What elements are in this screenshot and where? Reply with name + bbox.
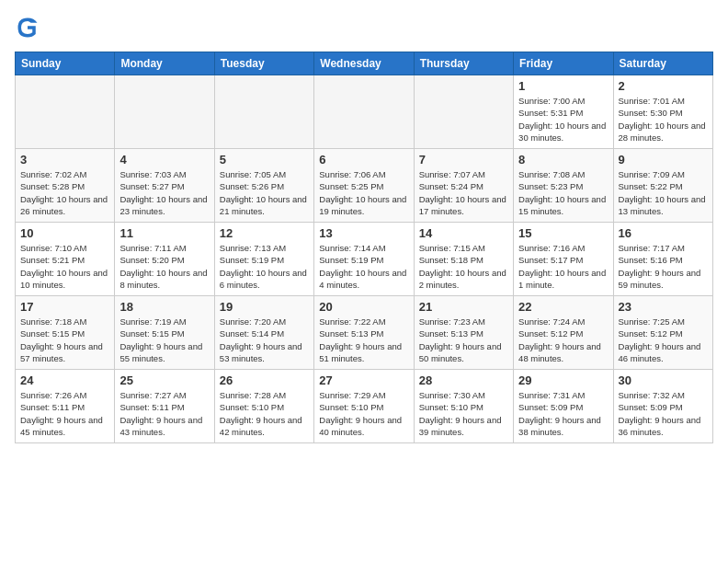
calendar-day-cell: 22Sunrise: 7:24 AMSunset: 5:12 PMDayligh… — [514, 296, 613, 370]
day-number: 26 — [220, 373, 309, 387]
calendar-day-cell: 21Sunrise: 7:23 AMSunset: 5:13 PMDayligh… — [414, 296, 513, 370]
day-number: 19 — [220, 300, 309, 314]
calendar-day-cell: 5Sunrise: 7:05 AMSunset: 5:26 PMDaylight… — [214, 149, 313, 223]
day-number: 20 — [319, 300, 408, 314]
day-number: 6 — [319, 153, 408, 167]
calendar-day-cell — [115, 75, 214, 149]
day-number: 18 — [119, 300, 209, 314]
day-info: Sunrise: 7:19 AMSunset: 5:15 PMDaylight:… — [119, 316, 209, 364]
day-number: 1 — [518, 79, 608, 93]
day-number: 17 — [20, 300, 109, 314]
day-info: Sunrise: 7:06 AMSunset: 5:25 PMDaylight:… — [319, 168, 408, 217]
day-info: Sunrise: 7:08 AMSunset: 5:23 PMDaylight:… — [518, 168, 608, 217]
calendar-week-row: 10Sunrise: 7:10 AMSunset: 5:21 PMDayligh… — [16, 223, 713, 296]
day-number: 2 — [619, 79, 708, 93]
calendar-day-cell — [314, 75, 414, 149]
day-number: 30 — [619, 373, 708, 387]
day-info: Sunrise: 7:26 AMSunset: 5:11 PMDaylight:… — [20, 389, 109, 438]
weekday-header: Thursday — [414, 52, 513, 75]
day-info: Sunrise: 7:05 AMSunset: 5:26 PMDaylight:… — [220, 168, 309, 217]
day-number: 3 — [20, 153, 109, 167]
day-info: Sunrise: 7:07 AMSunset: 5:24 PMDaylight:… — [419, 168, 508, 217]
calendar-day-cell: 24Sunrise: 7:26 AMSunset: 5:11 PMDayligh… — [16, 370, 115, 443]
weekday-header: Sunday — [16, 52, 115, 75]
calendar-day-cell: 18Sunrise: 7:19 AMSunset: 5:15 PMDayligh… — [115, 296, 214, 370]
day-info: Sunrise: 7:01 AMSunset: 5:30 PMDaylight:… — [619, 95, 708, 144]
day-number: 23 — [619, 300, 708, 314]
day-info: Sunrise: 7:22 AMSunset: 5:13 PMDaylight:… — [319, 316, 408, 364]
weekday-header: Monday — [115, 52, 214, 75]
calendar-week-row: 3Sunrise: 7:02 AMSunset: 5:28 PMDaylight… — [16, 149, 713, 223]
day-info: Sunrise: 7:18 AMSunset: 5:15 PMDaylight:… — [20, 316, 109, 364]
day-number: 13 — [319, 226, 408, 240]
day-info: Sunrise: 7:00 AMSunset: 5:31 PMDaylight:… — [518, 95, 608, 144]
day-number: 14 — [419, 226, 508, 240]
day-number: 5 — [220, 153, 309, 167]
day-number: 16 — [619, 226, 708, 240]
day-info: Sunrise: 7:11 AMSunset: 5:20 PMDaylight:… — [119, 242, 209, 291]
day-number: 29 — [518, 373, 608, 387]
day-info: Sunrise: 7:27 AMSunset: 5:11 PMDaylight:… — [119, 389, 209, 438]
day-info: Sunrise: 7:31 AMSunset: 5:09 PMDaylight:… — [518, 389, 608, 438]
calendar-day-cell: 25Sunrise: 7:27 AMSunset: 5:11 PMDayligh… — [115, 370, 214, 443]
day-number: 24 — [20, 373, 109, 387]
day-info: Sunrise: 7:28 AMSunset: 5:10 PMDaylight:… — [220, 389, 309, 438]
day-number: 10 — [20, 226, 109, 240]
weekday-header: Friday — [514, 52, 613, 75]
day-number: 7 — [419, 153, 508, 167]
calendar-day-cell: 9Sunrise: 7:09 AMSunset: 5:22 PMDaylight… — [613, 149, 712, 223]
day-number: 25 — [119, 373, 209, 387]
weekday-header: Saturday — [613, 52, 712, 75]
day-number: 12 — [220, 226, 309, 240]
calendar-day-cell: 8Sunrise: 7:08 AMSunset: 5:23 PMDaylight… — [514, 149, 613, 223]
calendar-week-row: 17Sunrise: 7:18 AMSunset: 5:15 PMDayligh… — [16, 296, 713, 370]
day-info: Sunrise: 7:16 AMSunset: 5:17 PMDaylight:… — [518, 242, 608, 291]
day-info: Sunrise: 7:13 AMSunset: 5:19 PMDaylight:… — [220, 242, 309, 291]
day-info: Sunrise: 7:17 AMSunset: 5:16 PMDaylight:… — [619, 242, 708, 291]
day-info: Sunrise: 7:03 AMSunset: 5:27 PMDaylight:… — [119, 168, 209, 217]
calendar-day-cell — [16, 75, 115, 149]
day-number: 9 — [619, 153, 708, 167]
day-info: Sunrise: 7:30 AMSunset: 5:10 PMDaylight:… — [419, 389, 508, 438]
day-info: Sunrise: 7:14 AMSunset: 5:19 PMDaylight:… — [319, 242, 408, 291]
calendar-week-row: 1Sunrise: 7:00 AMSunset: 5:31 PMDaylight… — [16, 75, 713, 149]
calendar-day-cell: 1Sunrise: 7:00 AMSunset: 5:31 PMDaylight… — [514, 75, 613, 149]
day-number: 28 — [419, 373, 508, 387]
calendar-header-row: SundayMondayTuesdayWednesdayThursdayFrid… — [16, 52, 713, 75]
day-info: Sunrise: 7:24 AMSunset: 5:12 PMDaylight:… — [518, 316, 608, 364]
calendar-day-cell: 19Sunrise: 7:20 AMSunset: 5:14 PMDayligh… — [214, 296, 313, 370]
day-info: Sunrise: 7:15 AMSunset: 5:18 PMDaylight:… — [419, 242, 508, 291]
calendar-day-cell: 15Sunrise: 7:16 AMSunset: 5:17 PMDayligh… — [514, 223, 613, 296]
calendar-day-cell: 7Sunrise: 7:07 AMSunset: 5:24 PMDaylight… — [414, 149, 513, 223]
calendar-day-cell: 16Sunrise: 7:17 AMSunset: 5:16 PMDayligh… — [613, 223, 712, 296]
calendar-table: SundayMondayTuesdayWednesdayThursdayFrid… — [15, 52, 713, 443]
logo — [15, 15, 44, 40]
day-number: 15 — [518, 226, 608, 240]
day-number: 27 — [319, 373, 408, 387]
calendar-day-cell: 11Sunrise: 7:11 AMSunset: 5:20 PMDayligh… — [115, 223, 214, 296]
calendar-day-cell: 17Sunrise: 7:18 AMSunset: 5:15 PMDayligh… — [16, 296, 115, 370]
day-number: 8 — [518, 153, 608, 167]
calendar-day-cell: 27Sunrise: 7:29 AMSunset: 5:10 PMDayligh… — [314, 370, 414, 443]
day-info: Sunrise: 7:09 AMSunset: 5:22 PMDaylight:… — [619, 168, 708, 217]
calendar-day-cell: 12Sunrise: 7:13 AMSunset: 5:19 PMDayligh… — [214, 223, 313, 296]
day-number: 22 — [518, 300, 608, 314]
calendar-day-cell — [414, 75, 513, 149]
calendar-day-cell: 10Sunrise: 7:10 AMSunset: 5:21 PMDayligh… — [16, 223, 115, 296]
calendar-day-cell — [214, 75, 313, 149]
calendar-day-cell: 26Sunrise: 7:28 AMSunset: 5:10 PMDayligh… — [214, 370, 313, 443]
day-number: 4 — [119, 153, 209, 167]
day-info: Sunrise: 7:02 AMSunset: 5:28 PMDaylight:… — [20, 168, 109, 217]
calendar-day-cell: 6Sunrise: 7:06 AMSunset: 5:25 PMDaylight… — [314, 149, 414, 223]
day-info: Sunrise: 7:32 AMSunset: 5:09 PMDaylight:… — [619, 389, 708, 438]
logo-icon — [15, 15, 40, 40]
calendar-day-cell: 13Sunrise: 7:14 AMSunset: 5:19 PMDayligh… — [314, 223, 414, 296]
day-info: Sunrise: 7:10 AMSunset: 5:21 PMDaylight:… — [20, 242, 109, 291]
page-header — [15, 15, 713, 40]
calendar-day-cell: 28Sunrise: 7:30 AMSunset: 5:10 PMDayligh… — [414, 370, 513, 443]
day-number: 11 — [119, 226, 209, 240]
calendar-day-cell: 14Sunrise: 7:15 AMSunset: 5:18 PMDayligh… — [414, 223, 513, 296]
calendar-day-cell: 23Sunrise: 7:25 AMSunset: 5:12 PMDayligh… — [613, 296, 712, 370]
day-info: Sunrise: 7:25 AMSunset: 5:12 PMDaylight:… — [619, 316, 708, 364]
calendar-day-cell: 2Sunrise: 7:01 AMSunset: 5:30 PMDaylight… — [613, 75, 712, 149]
